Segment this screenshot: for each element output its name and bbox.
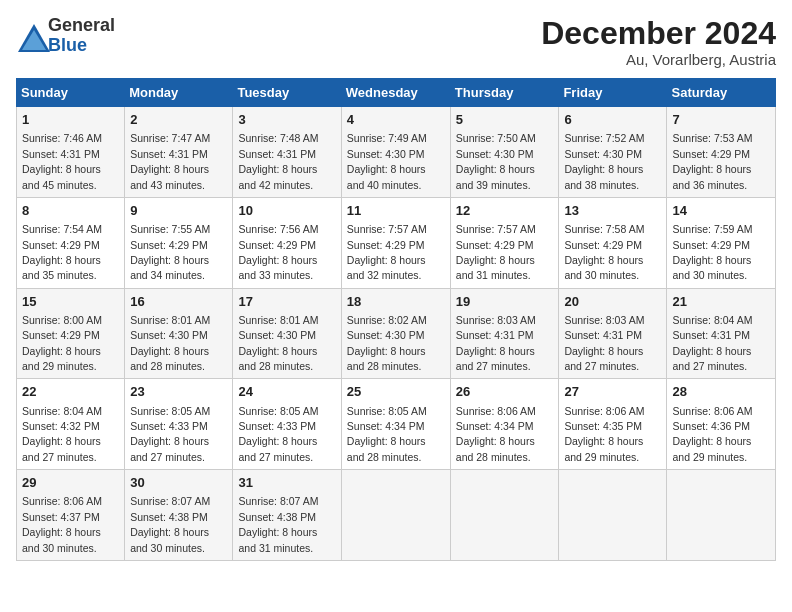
calendar-cell: 21Sunrise: 8:04 AMSunset: 4:31 PMDayligh… (667, 288, 776, 379)
calendar-cell: 7Sunrise: 7:53 AMSunset: 4:29 PMDaylight… (667, 107, 776, 198)
calendar-cell: 18Sunrise: 8:02 AMSunset: 4:30 PMDayligh… (341, 288, 450, 379)
week-row-4: 22Sunrise: 8:04 AMSunset: 4:32 PMDayligh… (17, 379, 776, 470)
calendar-cell: 27Sunrise: 8:06 AMSunset: 4:35 PMDayligh… (559, 379, 667, 470)
logo-icon (16, 22, 44, 50)
col-header-tuesday: Tuesday (233, 79, 341, 107)
logo-blue: Blue (48, 36, 115, 56)
page-header: General Blue December 2024 Au, Vorarlber… (16, 16, 776, 68)
logo-text: General Blue (48, 16, 115, 56)
calendar-cell: 22Sunrise: 8:04 AMSunset: 4:32 PMDayligh… (17, 379, 125, 470)
calendar-cell: 19Sunrise: 8:03 AMSunset: 4:31 PMDayligh… (450, 288, 559, 379)
calendar-cell: 4Sunrise: 7:49 AMSunset: 4:30 PMDaylight… (341, 107, 450, 198)
week-row-2: 8Sunrise: 7:54 AMSunset: 4:29 PMDaylight… (17, 197, 776, 288)
day-info: Sunrise: 8:03 AMSunset: 4:31 PMDaylight:… (456, 314, 536, 372)
day-info: Sunrise: 8:03 AMSunset: 4:31 PMDaylight:… (564, 314, 644, 372)
calendar-cell (450, 470, 559, 561)
calendar-cell: 15Sunrise: 8:00 AMSunset: 4:29 PMDayligh… (17, 288, 125, 379)
day-info: Sunrise: 8:04 AMSunset: 4:31 PMDaylight:… (672, 314, 752, 372)
day-number: 7 (672, 111, 770, 129)
day-number: 6 (564, 111, 661, 129)
day-number: 18 (347, 293, 445, 311)
logo-general: General (48, 16, 115, 36)
day-info: Sunrise: 7:50 AMSunset: 4:30 PMDaylight:… (456, 132, 536, 190)
day-info: Sunrise: 7:57 AMSunset: 4:29 PMDaylight:… (456, 223, 536, 281)
day-info: Sunrise: 7:52 AMSunset: 4:30 PMDaylight:… (564, 132, 644, 190)
logo: General Blue (16, 16, 115, 56)
col-header-friday: Friday (559, 79, 667, 107)
calendar-cell: 6Sunrise: 7:52 AMSunset: 4:30 PMDaylight… (559, 107, 667, 198)
day-number: 12 (456, 202, 554, 220)
calendar-cell: 10Sunrise: 7:56 AMSunset: 4:29 PMDayligh… (233, 197, 341, 288)
day-number: 17 (238, 293, 335, 311)
week-row-3: 15Sunrise: 8:00 AMSunset: 4:29 PMDayligh… (17, 288, 776, 379)
day-number: 3 (238, 111, 335, 129)
day-number: 22 (22, 383, 119, 401)
day-number: 25 (347, 383, 445, 401)
day-number: 4 (347, 111, 445, 129)
day-info: Sunrise: 8:06 AMSunset: 4:37 PMDaylight:… (22, 495, 102, 553)
col-header-sunday: Sunday (17, 79, 125, 107)
day-number: 21 (672, 293, 770, 311)
day-info: Sunrise: 7:56 AMSunset: 4:29 PMDaylight:… (238, 223, 318, 281)
day-number: 16 (130, 293, 227, 311)
week-row-1: 1Sunrise: 7:46 AMSunset: 4:31 PMDaylight… (17, 107, 776, 198)
day-number: 11 (347, 202, 445, 220)
calendar-cell: 12Sunrise: 7:57 AMSunset: 4:29 PMDayligh… (450, 197, 559, 288)
day-number: 31 (238, 474, 335, 492)
col-header-wednesday: Wednesday (341, 79, 450, 107)
calendar-cell: 31Sunrise: 8:07 AMSunset: 4:38 PMDayligh… (233, 470, 341, 561)
day-info: Sunrise: 8:02 AMSunset: 4:30 PMDaylight:… (347, 314, 427, 372)
calendar-cell: 29Sunrise: 8:06 AMSunset: 4:37 PMDayligh… (17, 470, 125, 561)
day-number: 27 (564, 383, 661, 401)
col-header-monday: Monday (125, 79, 233, 107)
calendar-table: SundayMondayTuesdayWednesdayThursdayFrid… (16, 78, 776, 561)
title-block: December 2024 Au, Vorarlberg, Austria (541, 16, 776, 68)
day-info: Sunrise: 7:59 AMSunset: 4:29 PMDaylight:… (672, 223, 752, 281)
day-info: Sunrise: 8:04 AMSunset: 4:32 PMDaylight:… (22, 405, 102, 463)
day-info: Sunrise: 7:57 AMSunset: 4:29 PMDaylight:… (347, 223, 427, 281)
calendar-cell: 25Sunrise: 8:05 AMSunset: 4:34 PMDayligh… (341, 379, 450, 470)
day-info: Sunrise: 7:49 AMSunset: 4:30 PMDaylight:… (347, 132, 427, 190)
calendar-cell: 3Sunrise: 7:48 AMSunset: 4:31 PMDaylight… (233, 107, 341, 198)
day-number: 10 (238, 202, 335, 220)
day-number: 24 (238, 383, 335, 401)
calendar-cell: 2Sunrise: 7:47 AMSunset: 4:31 PMDaylight… (125, 107, 233, 198)
day-number: 14 (672, 202, 770, 220)
day-info: Sunrise: 8:05 AMSunset: 4:33 PMDaylight:… (130, 405, 210, 463)
day-number: 8 (22, 202, 119, 220)
day-number: 9 (130, 202, 227, 220)
calendar-cell: 11Sunrise: 7:57 AMSunset: 4:29 PMDayligh… (341, 197, 450, 288)
day-info: Sunrise: 8:01 AMSunset: 4:30 PMDaylight:… (130, 314, 210, 372)
calendar-cell: 26Sunrise: 8:06 AMSunset: 4:34 PMDayligh… (450, 379, 559, 470)
day-info: Sunrise: 8:05 AMSunset: 4:34 PMDaylight:… (347, 405, 427, 463)
day-info: Sunrise: 8:00 AMSunset: 4:29 PMDaylight:… (22, 314, 102, 372)
day-info: Sunrise: 8:06 AMSunset: 4:34 PMDaylight:… (456, 405, 536, 463)
calendar-cell: 17Sunrise: 8:01 AMSunset: 4:30 PMDayligh… (233, 288, 341, 379)
day-number: 23 (130, 383, 227, 401)
day-info: Sunrise: 8:01 AMSunset: 4:30 PMDaylight:… (238, 314, 318, 372)
page-subtitle: Au, Vorarlberg, Austria (541, 51, 776, 68)
calendar-cell: 13Sunrise: 7:58 AMSunset: 4:29 PMDayligh… (559, 197, 667, 288)
day-number: 29 (22, 474, 119, 492)
page-title: December 2024 (541, 16, 776, 51)
calendar-cell (341, 470, 450, 561)
day-number: 13 (564, 202, 661, 220)
calendar-cell (667, 470, 776, 561)
calendar-cell: 24Sunrise: 8:05 AMSunset: 4:33 PMDayligh… (233, 379, 341, 470)
day-info: Sunrise: 7:54 AMSunset: 4:29 PMDaylight:… (22, 223, 102, 281)
calendar-cell: 8Sunrise: 7:54 AMSunset: 4:29 PMDaylight… (17, 197, 125, 288)
day-number: 28 (672, 383, 770, 401)
calendar-cell: 16Sunrise: 8:01 AMSunset: 4:30 PMDayligh… (125, 288, 233, 379)
day-info: Sunrise: 7:46 AMSunset: 4:31 PMDaylight:… (22, 132, 102, 190)
day-number: 26 (456, 383, 554, 401)
day-info: Sunrise: 7:58 AMSunset: 4:29 PMDaylight:… (564, 223, 644, 281)
calendar-cell: 23Sunrise: 8:05 AMSunset: 4:33 PMDayligh… (125, 379, 233, 470)
day-info: Sunrise: 7:53 AMSunset: 4:29 PMDaylight:… (672, 132, 752, 190)
calendar-cell: 20Sunrise: 8:03 AMSunset: 4:31 PMDayligh… (559, 288, 667, 379)
calendar-cell: 9Sunrise: 7:55 AMSunset: 4:29 PMDaylight… (125, 197, 233, 288)
day-number: 19 (456, 293, 554, 311)
day-info: Sunrise: 8:06 AMSunset: 4:35 PMDaylight:… (564, 405, 644, 463)
day-number: 15 (22, 293, 119, 311)
day-number: 1 (22, 111, 119, 129)
calendar-cell: 30Sunrise: 8:07 AMSunset: 4:38 PMDayligh… (125, 470, 233, 561)
